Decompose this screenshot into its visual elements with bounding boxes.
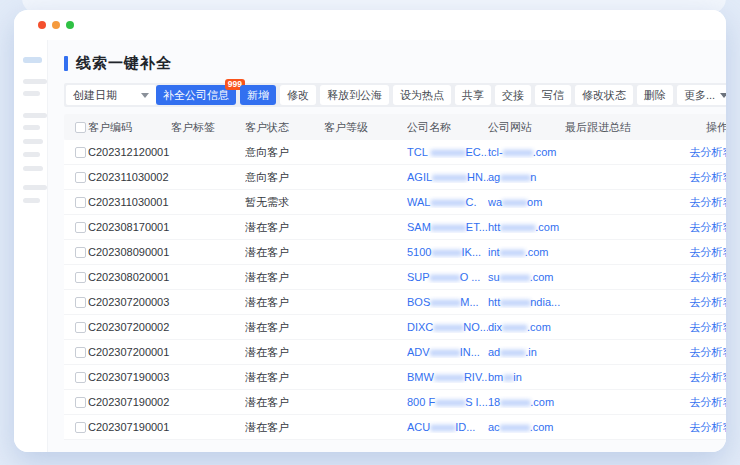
- edit-button[interactable]: 修改: [280, 85, 316, 105]
- company-website-link[interactable]: waxxxxxom: [488, 196, 565, 208]
- company-name-link[interactable]: AGILxxxxxxxHN...: [407, 171, 488, 183]
- analyze-customer-link[interactable]: 去分析客户: [645, 270, 726, 285]
- company-name-link[interactable]: DIXCxxxxxxNO...: [407, 321, 488, 333]
- company-website-link[interactable]: httxxxxxxndia...: [488, 296, 565, 308]
- row-checkbox[interactable]: [75, 197, 86, 208]
- add-new-button[interactable]: 新增: [240, 85, 276, 105]
- table-row: C202307200003潜在客户BOSxxxxxxM...httxxxxxxn…: [64, 290, 726, 315]
- company-name-link[interactable]: SAMxxxxxxxET...: [407, 221, 488, 233]
- sidebar-item-active[interactable]: [23, 57, 42, 63]
- table-row: C202311030001暂无需求WALxxxxxxxC.waxxxxxom去分…: [64, 190, 726, 215]
- analyze-customer-link[interactable]: 去分析客户: [645, 395, 726, 410]
- visible-text: om: [527, 196, 542, 208]
- row-checkbox[interactable]: [75, 422, 86, 433]
- company-website-link[interactable]: adxxxxx.in: [488, 346, 565, 358]
- analyze-customer-link[interactable]: 去分析客户: [645, 420, 726, 435]
- redacted-text: xxxxx: [502, 196, 527, 208]
- company-name-link[interactable]: ADVxxxxxxIN...: [407, 346, 488, 358]
- redacted-text: xxxxxx: [435, 396, 465, 408]
- select-all-checkbox[interactable]: [75, 122, 86, 133]
- sidebar-item-placeholder[interactable]: [23, 185, 47, 190]
- table-header: 客户编码客户标签客户状态客户等级公司名称公司网站最后跟进总结操作: [64, 114, 726, 140]
- sidebar-item-placeholder[interactable]: [23, 79, 47, 84]
- minimize-window-button[interactable]: [52, 21, 60, 29]
- redacted-text: xxxxxxx: [431, 221, 466, 233]
- zoom-window-button[interactable]: [66, 21, 74, 29]
- table-row: C202311030002意向客户AGILxxxxxxxHN...agxxxxx…: [64, 165, 726, 190]
- row-checkbox[interactable]: [75, 397, 86, 408]
- customer-status-cell: 潜在客户: [245, 345, 324, 360]
- company-name-link[interactable]: 5100xxxxxxIK...: [407, 246, 488, 258]
- analyze-customer-link[interactable]: 去分析客户: [645, 145, 726, 160]
- company-website-link[interactable]: tcl-xxxxxx.com: [488, 146, 565, 158]
- analyze-customer-link[interactable]: 去分析客户: [645, 245, 726, 260]
- date-filter-select[interactable]: 创建日期: [66, 85, 156, 105]
- analyze-customer-link[interactable]: 去分析客户: [645, 195, 726, 210]
- page-title-row: 线索一键补全: [64, 54, 726, 72]
- company-website-link[interactable]: suxxxxxx.com: [488, 271, 565, 283]
- customer-status-cell: 潜在客户: [245, 295, 324, 310]
- visible-text: .com: [530, 271, 554, 283]
- sidebar-item-placeholder[interactable]: [23, 166, 43, 171]
- analyze-customer-link[interactable]: 去分析客户: [645, 295, 726, 310]
- row-checkbox[interactable]: [75, 172, 86, 183]
- row-checkbox[interactable]: [75, 297, 86, 308]
- analyze-customer-link[interactable]: 去分析客户: [645, 370, 726, 385]
- delete-button[interactable]: 删除: [637, 85, 673, 105]
- redacted-text: xxxxx: [502, 321, 527, 333]
- visible-text: 800 F: [407, 396, 435, 408]
- company-website-link[interactable]: acxxxxxx.com: [488, 421, 565, 433]
- release-to-public-pool-button[interactable]: 释放到公海: [320, 85, 389, 105]
- customer-code-cell: C202307190003: [88, 371, 171, 383]
- complete-company-info-button[interactable]: 补全公司信息999: [156, 85, 236, 105]
- customer-status-cell: 潜在客户: [245, 395, 324, 410]
- customer-status-cell: 潜在客户: [245, 420, 324, 435]
- modify-status-button[interactable]: 修改状态: [575, 85, 633, 105]
- redacted-text: xxxxxx: [430, 296, 460, 308]
- row-checkbox[interactable]: [75, 322, 86, 333]
- row-checkbox[interactable]: [75, 372, 86, 383]
- visible-text: su: [488, 271, 500, 283]
- analyze-customer-link[interactable]: 去分析客户: [645, 170, 726, 185]
- sidebar-item-placeholder[interactable]: [23, 198, 40, 203]
- row-checkbox[interactable]: [75, 222, 86, 233]
- row-checkbox[interactable]: [75, 147, 86, 158]
- company-website-link[interactable]: dixxxxxx.com: [488, 321, 565, 333]
- company-name-link[interactable]: WALxxxxxxxC.: [407, 196, 488, 208]
- company-name-link[interactable]: 800 FxxxxxxS I...: [407, 396, 488, 408]
- company-name-link[interactable]: ACUxxxxxID...: [407, 421, 488, 433]
- chevron-down-icon: [720, 93, 726, 98]
- sidebar-item-placeholder[interactable]: [23, 152, 40, 157]
- visible-text: int: [488, 246, 500, 258]
- button-label: 写信: [542, 88, 564, 103]
- visible-text: n: [530, 171, 536, 183]
- visible-text: SAM: [407, 221, 431, 233]
- close-window-button[interactable]: [38, 21, 46, 29]
- company-website-link[interactable]: agxxxxxxn: [488, 171, 565, 183]
- company-name-link[interactable]: BMWxxxxxxRIV...: [407, 371, 488, 383]
- company-website-link[interactable]: intxxxxx.com: [488, 246, 565, 258]
- company-website-link[interactable]: bmxxin: [488, 371, 565, 383]
- company-website-link[interactable]: httxxxxxxx.com: [488, 221, 565, 233]
- company-website-link[interactable]: 18xxxxxx.com: [488, 396, 565, 408]
- visible-text: .in: [525, 346, 537, 358]
- sidebar-item-placeholder[interactable]: [23, 113, 47, 118]
- company-name-link[interactable]: TCL xxxxxxxEC...: [407, 146, 488, 158]
- analyze-customer-link[interactable]: 去分析客户: [645, 320, 726, 335]
- set-as-hotspot-button[interactable]: 设为热点: [393, 85, 451, 105]
- sidebar-item-placeholder[interactable]: [23, 125, 40, 130]
- write-email-button[interactable]: 写信: [535, 85, 571, 105]
- sidebar-item-placeholder[interactable]: [23, 139, 43, 144]
- row-checkbox[interactable]: [75, 247, 86, 258]
- analyze-customer-link[interactable]: 去分析客户: [645, 345, 726, 360]
- company-name-link[interactable]: BOSxxxxxxM...: [407, 296, 488, 308]
- company-name-link[interactable]: SUPxxxxxxO ...: [407, 271, 488, 283]
- row-checkbox[interactable]: [75, 272, 86, 283]
- row-checkbox[interactable]: [75, 347, 86, 358]
- share-button[interactable]: 共享: [455, 85, 491, 105]
- analyze-customer-link[interactable]: 去分析客户: [645, 220, 726, 235]
- customer-code-cell: C202312120001: [88, 146, 171, 158]
- handover-button[interactable]: 交接: [495, 85, 531, 105]
- sidebar-item-placeholder[interactable]: [23, 91, 40, 96]
- more-button[interactable]: 更多...: [677, 85, 726, 105]
